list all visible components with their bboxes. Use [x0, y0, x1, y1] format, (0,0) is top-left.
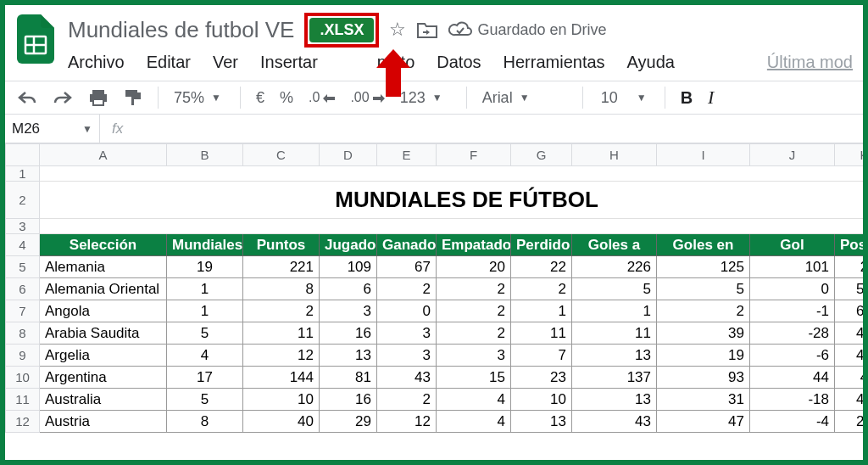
cell[interactable]: 29: [320, 411, 377, 433]
cell[interactable]: 2: [437, 300, 511, 322]
cell[interactable]: 1: [572, 300, 657, 322]
cell[interactable]: 13: [572, 389, 657, 411]
cell[interactable]: 11: [572, 322, 657, 345]
cell[interactable]: 44: [750, 367, 835, 389]
cell[interactable]: 23: [511, 367, 572, 389]
menu-help[interactable]: Ayuda: [627, 53, 675, 72]
cell[interactable]: 10: [243, 389, 320, 411]
cell[interactable]: -18: [750, 389, 835, 411]
table-header[interactable]: Puntos: [243, 234, 320, 256]
cell[interactable]: 4: [835, 367, 864, 389]
cell[interactable]: 0: [750, 278, 835, 300]
row-header[interactable]: 12: [6, 411, 40, 433]
row-header[interactable]: 7: [6, 300, 40, 322]
row-header[interactable]: 8: [6, 322, 40, 345]
cell[interactable]: 2: [437, 278, 511, 300]
col-header[interactable]: I: [657, 144, 750, 166]
table-header[interactable]: Ganado: [377, 234, 437, 256]
cell[interactable]: 5: [657, 278, 750, 300]
cell[interactable]: Alemania Oriental: [40, 278, 167, 300]
cell[interactable]: Alemania: [40, 256, 167, 278]
cell[interactable]: 16: [320, 322, 377, 345]
cell[interactable]: 20: [437, 256, 511, 278]
table-header[interactable]: Mundiales: [167, 234, 243, 256]
menu-file[interactable]: Archivo: [68, 53, 125, 72]
cell[interactable]: 8: [167, 411, 243, 433]
cell[interactable]: 144: [243, 367, 320, 389]
cell[interactable]: 81: [320, 367, 377, 389]
cell[interactable]: 125: [657, 256, 750, 278]
cell-empty[interactable]: [40, 166, 864, 182]
cell[interactable]: 4: [437, 389, 511, 411]
formula-input[interactable]: [135, 115, 863, 143]
cell[interactable]: -4: [750, 411, 835, 433]
doc-title[interactable]: Mundiales de futbol VE: [68, 17, 294, 43]
menu-view[interactable]: Ver: [213, 53, 238, 72]
cell[interactable]: 47: [657, 411, 750, 433]
cell[interactable]: 93: [657, 367, 750, 389]
cell[interactable]: 7: [511, 345, 572, 367]
table-header[interactable]: Jugado: [320, 234, 377, 256]
cell[interactable]: 2: [835, 256, 864, 278]
undo-button[interactable]: [17, 90, 37, 105]
cell[interactable]: Argentina: [40, 367, 167, 389]
row-header[interactable]: 2: [6, 182, 40, 219]
row-header[interactable]: 11: [6, 389, 40, 411]
col-header[interactable]: B: [167, 144, 243, 166]
cell[interactable]: 17: [167, 367, 243, 389]
cell[interactable]: 19: [657, 345, 750, 367]
font-size-selector[interactable]: 10▼: [598, 89, 649, 107]
cell[interactable]: 2: [437, 322, 511, 345]
cell[interactable]: 39: [657, 322, 750, 345]
cell[interactable]: Arabia Saudita: [40, 322, 167, 345]
row-header[interactable]: 10: [6, 367, 40, 389]
cell[interactable]: 2: [377, 389, 437, 411]
last-modified-link[interactable]: Última mod: [767, 53, 853, 72]
cell[interactable]: 19: [167, 256, 243, 278]
zoom-selector[interactable]: 75%▼: [174, 89, 225, 107]
sheet-title[interactable]: MUNDIALES DE FÚTBOL: [40, 182, 864, 219]
paint-format-button[interactable]: [124, 88, 142, 107]
col-header[interactable]: J: [750, 144, 835, 166]
cell[interactable]: 63: [835, 300, 864, 322]
cell[interactable]: 2: [657, 300, 750, 322]
table-header[interactable]: Gol: [750, 234, 835, 256]
cell[interactable]: 1: [167, 300, 243, 322]
col-header[interactable]: E: [377, 144, 437, 166]
name-box[interactable]: M26▼: [5, 115, 100, 143]
percent-button[interactable]: %: [280, 89, 293, 107]
cell[interactable]: 42: [835, 345, 864, 367]
font-selector[interactable]: Arial▼: [482, 89, 567, 107]
bold-button[interactable]: B: [681, 88, 693, 108]
table-header[interactable]: Posición: [835, 234, 864, 256]
cell[interactable]: 8: [243, 278, 320, 300]
col-header[interactable]: K: [835, 144, 864, 166]
cell[interactable]: 13: [320, 345, 377, 367]
italic-button[interactable]: I: [708, 87, 714, 109]
row-header[interactable]: 6: [6, 278, 40, 300]
cell[interactable]: 0: [377, 300, 437, 322]
cell[interactable]: 13: [511, 411, 572, 433]
row-header[interactable]: 1: [6, 166, 40, 182]
col-header[interactable]: A: [40, 144, 167, 166]
cell[interactable]: 4: [167, 345, 243, 367]
cell[interactable]: 6: [320, 278, 377, 300]
table-header[interactable]: Goles a: [572, 234, 657, 256]
cell[interactable]: -1: [750, 300, 835, 322]
row-header[interactable]: 4: [6, 234, 40, 256]
table-header[interactable]: Goles en: [657, 234, 750, 256]
cell[interactable]: 44: [835, 322, 864, 345]
print-button[interactable]: [88, 88, 108, 107]
menu-insert[interactable]: Insertar: [260, 53, 318, 72]
cell[interactable]: 2: [511, 278, 572, 300]
cell[interactable]: 2: [243, 300, 320, 322]
redo-button[interactable]: [53, 90, 73, 105]
cell[interactable]: 11: [243, 322, 320, 345]
cell[interactable]: 1: [167, 278, 243, 300]
cell[interactable]: 137: [572, 367, 657, 389]
menu-data[interactable]: Datos: [437, 53, 481, 72]
currency-button[interactable]: €: [256, 89, 264, 107]
cell[interactable]: 1: [511, 300, 572, 322]
table-header[interactable]: Empatado: [437, 234, 511, 256]
cell[interactable]: 40: [243, 411, 320, 433]
